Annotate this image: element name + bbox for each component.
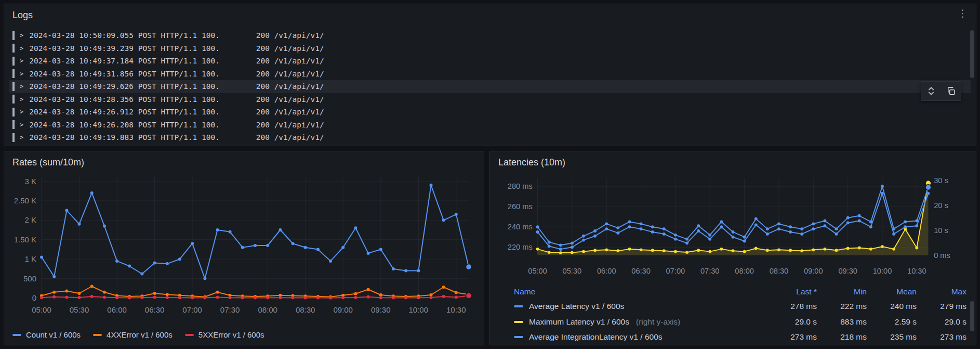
- rates-panel-title: Rates (sum/10m): [4, 151, 484, 170]
- latency-table-row: Maximum Latency v1 / 600s(right y-axis)2…: [514, 314, 966, 330]
- log-expand-chevron[interactable]: >: [20, 134, 23, 141]
- log-row[interactable]: >2024-03-28 10:49:28.356 POST HTTP/1.1 1…: [9, 93, 971, 106]
- value-min: 218 ms: [817, 332, 867, 342]
- log-expand-chevron[interactable]: >: [20, 57, 23, 64]
- legend-series-swatch: [514, 321, 523, 323]
- value-min: 883 ms: [817, 317, 867, 327]
- log-level-bar: [12, 95, 15, 104]
- svg-text:06:00: 06:00: [107, 305, 127, 314]
- svg-text:05:30: 05:30: [70, 305, 89, 314]
- series-name[interactable]: Average Latency v1 / 600s: [529, 302, 624, 311]
- dashboard: Logs ⋮ >2024-03-28 10:50:09.055 POST HTT…: [0, 0, 980, 349]
- value-min: 222 ms: [817, 302, 867, 311]
- svg-text:08:30: 08:30: [296, 305, 315, 314]
- value-mean: 2.59 s: [867, 317, 917, 327]
- column-header-last[interactable]: Last *: [767, 287, 817, 296]
- log-level-bar: [12, 44, 15, 53]
- svg-text:06:30: 06:30: [631, 267, 651, 275]
- log-row[interactable]: >2024-03-28 10:49:19.883 POST HTTP/1.1 1…: [9, 131, 971, 144]
- column-header-mean[interactable]: Mean: [867, 287, 917, 296]
- svg-text:05:00: 05:00: [528, 267, 547, 275]
- column-header-min[interactable]: Min: [817, 287, 867, 296]
- svg-text:220 ms: 220 ms: [508, 243, 533, 251]
- value-last: 278 ms: [767, 302, 817, 311]
- legend-item[interactable]: 4XXError v1 / 600s: [93, 330, 173, 339]
- axis-note: (right y-axis): [636, 317, 680, 327]
- rates-panel: Rates (sum/10m) 05001 K1.50 K2 K2.50 K3 …: [4, 151, 484, 345]
- log-row[interactable]: >2024-03-28 10:49:31.856 POST HTTP/1.1 1…: [9, 68, 971, 81]
- latency-table-row: Average IntegrationLatency v1 / 600s273 …: [514, 330, 966, 345]
- log-expand-chevron[interactable]: >: [20, 121, 23, 128]
- scroll-to-log-icon[interactable]: [921, 82, 941, 100]
- log-line-text: 2024-03-28 10:49:39.239 POST HTTP/1.1 10…: [29, 44, 324, 53]
- log-line-text: 2024-03-28 10:49:37.184 POST HTTP/1.1 10…: [29, 57, 324, 65]
- svg-text:07:00: 07:00: [182, 305, 202, 314]
- svg-text:20 s: 20 s: [934, 201, 948, 210]
- column-header-max[interactable]: Max: [917, 287, 966, 296]
- svg-text:260 ms: 260 ms: [508, 202, 533, 211]
- series-name[interactable]: Average IntegrationLatency v1 / 600s: [529, 332, 663, 342]
- column-header-name[interactable]: Name: [514, 287, 767, 296]
- log-line-text: 2024-03-28 10:49:26.912 POST HTTP/1.1 10…: [29, 108, 324, 116]
- legend-item[interactable]: Count v1 / 600s: [12, 330, 81, 339]
- log-line-text: 2024-03-28 10:49:31.856 POST HTTP/1.1 10…: [29, 70, 324, 78]
- log-level-bar: [12, 108, 15, 117]
- logs-panel: Logs ⋮ >2024-03-28 10:50:09.055 POST HTT…: [4, 4, 976, 146]
- svg-text:3 K: 3 K: [24, 177, 36, 186]
- svg-text:10:00: 10:00: [873, 267, 892, 275]
- log-line-text: 2024-03-28 10:49:29.626 POST HTTP/1.1 10…: [29, 82, 324, 91]
- latency-table-row: Average Latency v1 / 600s278 ms222 ms240…: [514, 299, 966, 315]
- log-level-bar: [12, 69, 15, 78]
- log-line-text: 2024-03-28 10:49:26.208 POST HTTP/1.1 10…: [29, 121, 324, 129]
- log-level-bar: [12, 120, 15, 129]
- svg-text:06:00: 06:00: [597, 267, 616, 275]
- svg-text:500: 500: [23, 274, 36, 283]
- rates-chart[interactable]: 05001 K1.50 K2 K2.50 K3 K05:0005:3006:00…: [8, 170, 480, 326]
- svg-text:10 s: 10 s: [934, 226, 948, 235]
- svg-text:0 ms: 0 ms: [934, 251, 950, 260]
- panel-menu-icon[interactable]: ⋮: [956, 8, 970, 19]
- svg-text:08:00: 08:00: [258, 305, 277, 314]
- legend-item[interactable]: 5XXError v1 / 600s: [185, 330, 264, 339]
- log-rows: >2024-03-28 10:50:09.055 POST HTTP/1.1 1…: [4, 23, 976, 144]
- log-expand-chevron[interactable]: >: [20, 108, 23, 115]
- legend-series-label: 4XXError v1 / 600s: [107, 330, 173, 339]
- latency-table-rows: Average Latency v1 / 600s278 ms222 ms240…: [514, 299, 966, 345]
- legend-series-label: 5XXError v1 / 600s: [198, 330, 264, 339]
- value-mean: 240 ms: [867, 302, 917, 311]
- svg-text:05:00: 05:00: [32, 305, 51, 314]
- svg-text:09:30: 09:30: [838, 267, 857, 275]
- log-row[interactable]: >2024-03-28 10:50:09.055 POST HTTP/1.1 1…: [9, 29, 971, 42]
- log-line-text: 2024-03-28 10:50:09.055 POST HTTP/1.1 10…: [29, 31, 324, 40]
- log-level-bar: [12, 57, 15, 66]
- log-row[interactable]: >2024-03-28 10:49:26.208 POST HTTP/1.1 1…: [9, 119, 971, 132]
- log-level-bar: [12, 31, 15, 40]
- log-expand-chevron[interactable]: >: [20, 45, 23, 52]
- log-row[interactable]: >2024-03-28 10:49:26.912 POST HTTP/1.1 1…: [9, 106, 971, 119]
- svg-text:09:00: 09:00: [333, 305, 353, 314]
- svg-text:2 K: 2 K: [24, 215, 36, 224]
- rates-legend: Count v1 / 600s4XXError v1 / 600s5XXErro…: [4, 326, 484, 339]
- copy-log-icon[interactable]: [941, 82, 961, 100]
- logs-scrollbar[interactable]: [970, 30, 974, 78]
- svg-text:2.50 K: 2.50 K: [14, 196, 36, 205]
- log-row[interactable]: >2024-03-28 10:49:29.626 POST HTTP/1.1 1…: [9, 80, 971, 93]
- series-name[interactable]: Maximum Latency v1 / 600s: [529, 317, 629, 327]
- log-expand-chevron[interactable]: >: [20, 96, 23, 103]
- log-expand-chevron[interactable]: >: [20, 70, 23, 77]
- latencies-chart[interactable]: 220 ms240 ms260 ms280 ms0 ms10 s20 s30 s…: [494, 170, 972, 283]
- svg-text:10:00: 10:00: [409, 305, 429, 314]
- value-max: 279 ms: [917, 302, 966, 311]
- log-expand-chevron[interactable]: >: [20, 32, 23, 39]
- svg-text:10:30: 10:30: [446, 305, 466, 314]
- svg-text:07:30: 07:30: [700, 267, 720, 275]
- value-last: 29.0 s: [767, 317, 817, 327]
- legend-series-swatch: [93, 334, 102, 336]
- latencies-panel: Latencies (10m) 220 ms240 ms260 ms280 ms…: [489, 151, 976, 345]
- log-expand-chevron[interactable]: >: [20, 83, 23, 90]
- latency-table-scrollbar[interactable]: [970, 301, 974, 331]
- legend-series-swatch: [185, 334, 194, 336]
- log-row[interactable]: >2024-03-28 10:49:39.239 POST HTTP/1.1 1…: [9, 42, 971, 55]
- latency-table-header: Name Last * Min Mean Max: [514, 285, 966, 299]
- log-row[interactable]: >2024-03-28 10:49:37.184 POST HTTP/1.1 1…: [9, 55, 971, 68]
